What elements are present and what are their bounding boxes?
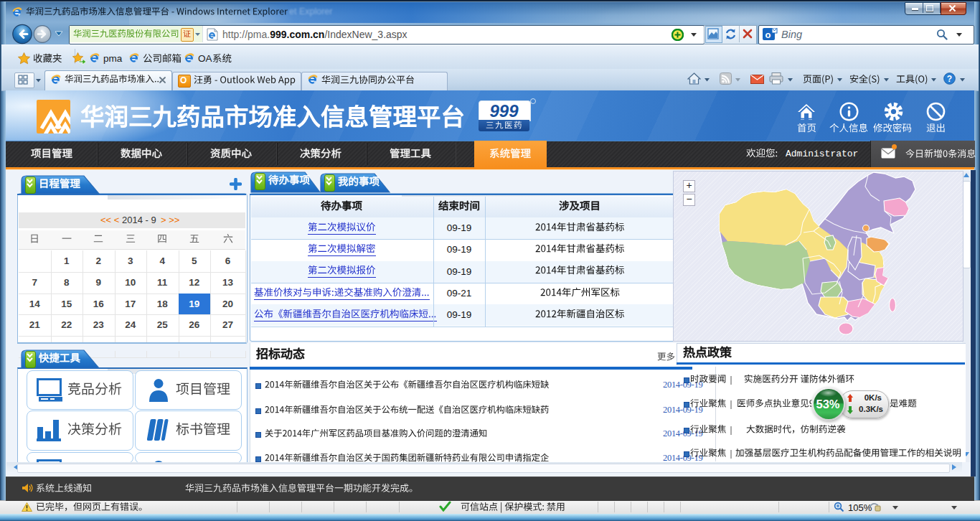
svg-text:?: ? [947, 74, 952, 84]
